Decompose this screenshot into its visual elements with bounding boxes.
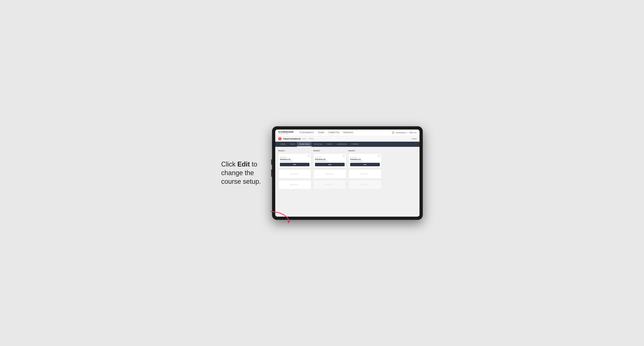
round-3-add-plus-2: + [369, 184, 370, 185]
nav-right: blair@clippd.io | Sign out [392, 131, 416, 134]
nav-committee[interactable]: COMMITTEE [328, 132, 340, 134]
round-3-title: Round 3 [348, 150, 382, 152]
round-3-edit-button[interactable]: Edit [350, 163, 380, 166]
round-2-add-course-2: Add Course + [313, 180, 346, 189]
tournament-name: Clippd Invitational [283, 138, 300, 140]
nav-teams[interactable]: TEAMS [318, 132, 324, 134]
app-navbar: SCOREBOARD Powered by clippd TOURNAMENTS… [275, 130, 420, 136]
main-content: Round 1 (Course A) Peachtree GC Yellow (… [275, 147, 420, 217]
page-container: Click Edit tochange thecourse setup. SCO… [0, 119, 644, 227]
tournament-gender: (Men) [302, 138, 306, 140]
round-3-add-label-1: Add Course [360, 173, 368, 175]
cancel-button[interactable]: Cancel [412, 138, 416, 140]
instruction-bold: Edit [237, 161, 250, 168]
tournament-bar: C Clippd Invitational (Men) Hosting Canc… [275, 136, 420, 142]
round-1-add-plus-1: + [298, 173, 299, 175]
round-1-add-label-1: Add Course [290, 173, 298, 175]
tablet-screen: SCOREBOARD Powered by clippd TOURNAMENTS… [275, 130, 420, 217]
tab-results[interactable]: Results [324, 142, 334, 147]
round-2-title: Round 2 [313, 150, 346, 152]
round-3-delete-button[interactable]: ⊟ [378, 155, 380, 157]
round-1-course-card: (Course A) Peachtree GC Yellow (M) (6629… [278, 154, 311, 168]
round-2-course-card: (Course A) Peachtree GC Yellow (M) (6629… [313, 154, 346, 168]
round-1-add-course-1[interactable]: Add Course + [278, 170, 311, 178]
tab-navigation: Details Teams Course Setup Tee Groups Re… [275, 142, 420, 147]
round-1-course-details: Yellow (M) (6629 yds) [280, 161, 310, 162]
tablet-side-button-2 [271, 159, 272, 165]
tablet-side-button [271, 170, 272, 177]
svg-marker-0 [288, 221, 290, 223]
round-3-add-label-2: Add Course [360, 184, 368, 185]
annotation-wrapper: Click Edit tochange thecourse setup. [221, 160, 261, 186]
round-1-add-plus-2: + [298, 184, 299, 185]
round-3-course-card: (Course A) Peachtree GC Yellow (M) (6629… [348, 154, 382, 168]
brand-scoreboard: SCOREBOARD [278, 131, 294, 133]
round-2-course-label: (Course A) [315, 157, 321, 158]
round-2-add-label-1: Add Course [325, 173, 333, 175]
round-3-course-label: (Course A) [350, 157, 356, 158]
round-1-edit-button[interactable]: Edit [280, 163, 310, 166]
round-3-course-name: Peachtree GC [350, 158, 380, 160]
user-avatar [392, 131, 395, 134]
user-email: blair@clippd.io [396, 132, 407, 134]
brand-logo: SCOREBOARD Powered by clippd [278, 131, 294, 134]
round-1-add-course-2[interactable]: Add Course + [278, 180, 311, 189]
round-2-edit-button[interactable]: Edit [315, 163, 345, 166]
round-2-course-details: Yellow (M) (6629 yds) [315, 161, 345, 162]
nav-rankings[interactable]: RANKINGS [343, 132, 354, 134]
round-3-add-course-2: Add Course + [348, 180, 382, 189]
round-4-column [384, 150, 416, 189]
round-2-add-plus-2: + [334, 184, 334, 185]
sign-out-link[interactable]: Sign out [410, 132, 416, 134]
instruction-text: Click Edit tochange thecourse setup. [221, 160, 261, 186]
clippd-logo: C [278, 137, 282, 140]
tab-printables[interactable]: Printables [349, 142, 361, 147]
round-1-add-label-2: Add Course [290, 184, 298, 185]
round-1-delete-button[interactable]: ⊟ [307, 155, 310, 157]
round-3-column: Round 3 (Course A) Peachtree GC Yellow (… [348, 150, 382, 189]
round-3-add-plus-1: + [369, 173, 370, 175]
round-3-add-course-1[interactable]: Add Course + [348, 170, 382, 178]
round-2-add-course-1[interactable]: Add Course + [313, 170, 346, 178]
tab-tee-groups[interactable]: Tee Groups [312, 142, 324, 147]
round-2-column: Round 2 (Course A) Peachtree GC Yellow (… [313, 150, 346, 189]
tab-details[interactable]: Details [278, 142, 288, 147]
tab-course-setup[interactable]: Course Setup [297, 142, 312, 147]
round-1-course-name: Peachtree GC [280, 158, 310, 160]
tab-teams[interactable]: Teams [288, 142, 297, 147]
brand-powered: Powered by clippd [278, 133, 294, 134]
tab-leaderboards[interactable]: Leaderboards [334, 142, 349, 147]
round-2-delete-button[interactable]: ⊟ [342, 155, 345, 157]
tablet-device: SCOREBOARD Powered by clippd TOURNAMENTS… [272, 126, 423, 220]
round-1-title: Round 1 [278, 150, 311, 152]
round-2-add-plus-1: + [334, 173, 334, 175]
nav-tournaments[interactable]: TOURNAMENTS [299, 132, 314, 134]
rounds-grid: Round 1 (Course A) Peachtree GC Yellow (… [278, 150, 416, 189]
round-2-course-name: Peachtree GC [315, 158, 345, 160]
round-1-course-label: (Course A) [280, 157, 286, 158]
hosting-badge: Hosting [308, 138, 314, 140]
round-2-add-label-2: Add Course [325, 184, 333, 185]
round-1-column: Round 1 (Course A) Peachtree GC Yellow (… [278, 150, 311, 189]
nav-separator: | [408, 132, 408, 134]
round-3-course-details: Yellow (M) (6629 yds) [350, 161, 380, 162]
